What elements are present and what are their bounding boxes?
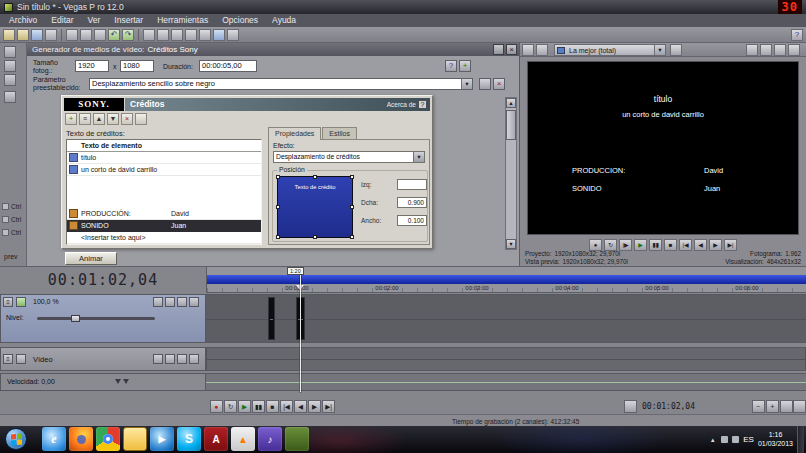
scroll-up-icon[interactable]: ▲ [506, 98, 516, 108]
delete-preset-icon[interactable]: × [493, 78, 505, 90]
track-fx-icon[interactable] [153, 297, 163, 307]
safe-areas-icon[interactable] [760, 44, 772, 56]
save-snapshot-icon[interactable] [788, 44, 800, 56]
zoom-out-icon[interactable]: − [752, 400, 765, 413]
volume-fader[interactable] [37, 317, 155, 320]
skype-icon[interactable]: S [177, 427, 201, 451]
menu-ayuda[interactable]: Ayuda [265, 14, 303, 27]
external-monitor-icon[interactable] [536, 44, 548, 56]
tray-expand-icon[interactable]: ▲ [708, 437, 717, 443]
animate-button[interactable]: Animar [65, 252, 117, 265]
pin-icon[interactable] [493, 44, 504, 55]
network-tray-icon[interactable] [732, 436, 739, 443]
menu-insertar[interactable]: Insertar [107, 14, 150, 27]
resize-handle[interactable] [313, 235, 317, 239]
audio-track-lane[interactable] [206, 294, 806, 343]
playhead[interactable] [300, 275, 301, 392]
insert-text-row[interactable]: <Insertar texto aquí> [67, 232, 261, 244]
credit-row-selected[interactable]: SONIDOJuan [67, 220, 261, 232]
video-track-lane[interactable] [206, 347, 806, 371]
menu-archivo[interactable]: Archivo [2, 14, 44, 27]
resize-handle[interactable] [276, 235, 280, 239]
resize-handle[interactable] [350, 235, 354, 239]
preview-quality-dropdown[interactable]: La mejor (total) ▼ [554, 44, 666, 56]
auto-crossfade-icon[interactable] [157, 29, 169, 41]
new-project-icon[interactable] [3, 29, 15, 41]
frame-width-input[interactable]: 1920 [75, 60, 109, 72]
resize-handle[interactable] [313, 175, 317, 179]
open-project-icon[interactable] [17, 29, 29, 41]
track-fx-icon[interactable] [153, 354, 163, 364]
video-track-header[interactable]: ≡ Vídeo [0, 347, 206, 371]
internet-explorer-icon[interactable]: e [42, 427, 66, 451]
menu-editar[interactable]: Editar [44, 14, 80, 27]
chrome-icon[interactable] [96, 427, 120, 451]
tab-estilos[interactable]: Estilos [322, 127, 357, 139]
snapping-icon[interactable] [143, 29, 155, 41]
project-properties-icon[interactable] [522, 44, 534, 56]
resize-handle[interactable] [276, 205, 280, 209]
width-input[interactable]: 0.100 [397, 215, 427, 226]
solo-icon[interactable] [177, 297, 187, 307]
add-preset-icon[interactable]: + [459, 60, 471, 72]
explorer-dock-icon[interactable] [4, 46, 16, 58]
copy-icon[interactable] [80, 29, 92, 41]
loop-playback-button[interactable]: ↻ [224, 400, 237, 413]
previous-frame-button[interactable]: ◀ [294, 400, 307, 413]
move-up-icon[interactable]: ▲ [93, 113, 105, 125]
normal-edit-tool-icon[interactable] [213, 29, 225, 41]
velocity-spinners[interactable] [115, 379, 129, 384]
pinned-app-icon[interactable] [285, 427, 309, 451]
show-desktop-button[interactable] [797, 426, 804, 453]
mute-icon[interactable] [165, 297, 175, 307]
timeline-marker[interactable]: 1:20 [287, 267, 304, 275]
overlays-icon[interactable] [670, 44, 682, 56]
menu-herramientas[interactable]: Herramientas [150, 14, 215, 27]
scrollbar-thumb[interactable] [506, 110, 516, 140]
audio-event[interactable] [268, 297, 275, 340]
close-icon[interactable]: × [506, 44, 517, 55]
scroll-down-icon[interactable]: ▼ [506, 239, 516, 249]
solo-icon[interactable] [177, 354, 187, 364]
menu-opciones[interactable]: Opciones [215, 14, 265, 27]
dock-tab-prev[interactable]: prev [4, 253, 18, 260]
duration-input[interactable]: 00:00:05,00 [199, 60, 257, 72]
help-icon[interactable]: ? [418, 100, 427, 109]
frame-height-input[interactable]: 1080 [120, 60, 154, 72]
project-properties-icon[interactable] [45, 29, 57, 41]
play-button[interactable]: ▶ [238, 400, 251, 413]
duplicate-item-icon[interactable] [135, 113, 147, 125]
grid-overlay-icon[interactable] [746, 44, 758, 56]
track-motion-icon[interactable] [16, 354, 26, 364]
mute-icon[interactable] [165, 354, 175, 364]
paste-icon[interactable] [94, 29, 106, 41]
automation-icon[interactable] [189, 354, 199, 364]
velocity-envelope-line[interactable] [206, 382, 806, 383]
chevron-down-icon[interactable]: ▼ [413, 152, 424, 162]
start-button[interactable] [5, 428, 27, 450]
transport-time-display[interactable]: 00:01:02,04 [642, 402, 695, 411]
audio-track-header[interactable]: ≡ 100,0 % Nivel: [0, 294, 206, 343]
save-preset-icon[interactable] [479, 78, 491, 90]
cursor-time-display[interactable]: 00:01:02,04 [0, 267, 206, 293]
vlc-icon[interactable]: ▲ [231, 427, 255, 451]
zoom-in-icon[interactable]: + [766, 400, 779, 413]
add-text-icon[interactable]: + [65, 113, 77, 125]
lock-envelopes-icon[interactable] [185, 29, 197, 41]
generator-scrollbar[interactable]: ▲ ▼ [505, 97, 517, 250]
save-project-icon[interactable] [31, 29, 43, 41]
menu-ver[interactable]: Ver [81, 14, 108, 27]
track-drag-handle[interactable]: ≡ [3, 354, 13, 364]
about-link[interactable]: Acerca de ? [387, 100, 427, 110]
adobe-reader-icon[interactable]: A [204, 427, 228, 451]
media-player-icon[interactable]: ▶ [150, 427, 174, 451]
credit-row[interactable]: un corto de david carrillo [67, 164, 261, 176]
velocity-envelope-lane[interactable] [206, 373, 806, 391]
go-to-start-button[interactable]: |◀ [280, 400, 293, 413]
stop-button[interactable]: ■ [266, 400, 279, 413]
next-frame-button[interactable]: ▶ [308, 400, 321, 413]
pause-button[interactable]: ▮▮ [252, 400, 265, 413]
resize-handle[interactable] [350, 175, 354, 179]
left-input[interactable] [397, 179, 427, 190]
music-app-icon[interactable]: ♪ [258, 427, 282, 451]
